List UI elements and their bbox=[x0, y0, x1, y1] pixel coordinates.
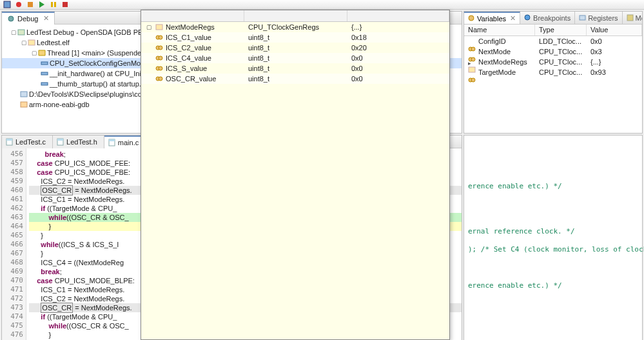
expression-row[interactable]: ICS_S_valueuint8_t0x0 bbox=[141, 63, 449, 74]
var-type: CPU_TCloc... bbox=[535, 48, 587, 55]
variables-tab[interactable]: Variables✕ bbox=[464, 12, 520, 25]
expression-row-empty bbox=[141, 311, 449, 321]
expression-row-empty bbox=[141, 156, 449, 166]
expression-row-empty bbox=[141, 135, 449, 146]
frame-icon bbox=[41, 81, 48, 87]
editor-tab-label: LedTest.h bbox=[66, 138, 97, 146]
frame-icon bbox=[41, 60, 48, 66]
toolbar-icon[interactable] bbox=[14, 0, 23, 9]
expression-row-empty bbox=[141, 218, 449, 228]
debug-icon bbox=[7, 15, 15, 23]
expression-row-empty bbox=[141, 321, 449, 332]
editor-tab[interactable]: main.c bbox=[104, 135, 146, 148]
svg-point-21 bbox=[525, 15, 530, 20]
code-comment-fragment: erence enable etc.) */ bbox=[468, 182, 562, 190]
svg-point-30 bbox=[471, 78, 475, 82]
var-name: TargetMode bbox=[478, 68, 516, 76]
expression-row-empty bbox=[141, 84, 449, 94]
expressions-popup[interactable]: ▢NextModeRegsCPU_TClockGenRegs{...}ICS_C… bbox=[141, 10, 450, 340]
main-toolbar[interactable] bbox=[0, 0, 644, 10]
toolbar-icon[interactable] bbox=[3, 0, 12, 9]
var-type: CPU_TCloc... bbox=[535, 68, 587, 76]
close-icon[interactable]: ✕ bbox=[43, 14, 49, 23]
toolbar-icon[interactable] bbox=[26, 0, 35, 9]
expression-row[interactable]: ICS_C4_valueuint8_t0x0 bbox=[141, 53, 449, 63]
variables-view: Variables✕BreakpointsRegistersModules Na… bbox=[463, 11, 643, 134]
column-header-name[interactable]: Name bbox=[464, 25, 535, 35]
expand-icon[interactable]: ▢ bbox=[20, 37, 28, 48]
variable-row[interactable]: ConfigIDLDD_TCloc...0x0 bbox=[464, 36, 642, 46]
column-header-type[interactable]: Type bbox=[535, 25, 587, 35]
tab-label: Modules bbox=[636, 14, 642, 22]
expression-row-empty bbox=[141, 249, 449, 259]
close-icon[interactable]: ✕ bbox=[510, 14, 516, 23]
variables-tab[interactable]: Registers bbox=[575, 12, 622, 25]
expr-header-value[interactable] bbox=[347, 10, 449, 21]
file-icon bbox=[57, 138, 64, 146]
gdb-icon bbox=[20, 101, 28, 108]
expression-row-empty bbox=[141, 125, 449, 135]
expand-icon[interactable]: ▢ bbox=[145, 24, 153, 30]
toolbar-icon[interactable] bbox=[49, 0, 58, 9]
tab-label: Breakpoints bbox=[533, 14, 571, 22]
variable-icon bbox=[155, 34, 163, 41]
variables-tab[interactable]: Breakpoints bbox=[520, 12, 575, 25]
expr-type: CPU_TClockGenRegs bbox=[244, 23, 347, 31]
expression-row[interactable]: ▢NextModeRegsCPU_TClockGenRegs{...} bbox=[141, 22, 449, 32]
expr-name: NextModeRegs bbox=[166, 23, 215, 31]
variables-body[interactable]: ConfigIDLDD_TCloc...0x0NextModeCPU_TCloc… bbox=[464, 36, 642, 133]
svg-point-1 bbox=[16, 2, 21, 7]
variable-icon bbox=[468, 38, 476, 45]
svg-rect-12 bbox=[21, 92, 27, 97]
variable-row[interactable]: NextModeCPU_TCloc...0x3 bbox=[464, 46, 642, 57]
expr-name: ICS_C2_value bbox=[166, 44, 211, 52]
var-value: 0x93 bbox=[587, 68, 642, 76]
toolbar-icon[interactable] bbox=[61, 0, 70, 9]
svg-rect-5 bbox=[63, 2, 68, 7]
variables-tabs[interactable]: Variables✕BreakpointsRegistersModules bbox=[464, 12, 642, 25]
expr-type: uint8_t bbox=[244, 34, 347, 41]
thread-icon bbox=[38, 50, 46, 56]
variables-tab[interactable]: Modules bbox=[623, 12, 642, 25]
debug-tab[interactable]: Debug ✕ bbox=[2, 12, 55, 25]
frame-icon bbox=[41, 70, 48, 77]
svg-rect-31 bbox=[156, 25, 162, 30]
expr-name: OSC_CR_value bbox=[166, 75, 216, 83]
editor-tab-label: main.c bbox=[118, 139, 139, 146]
variable-icon bbox=[468, 48, 476, 55]
expression-row[interactable]: ICS_C2_valueuint8_t0x20 bbox=[141, 43, 449, 53]
expand-icon[interactable]: ▢ bbox=[10, 27, 17, 37]
svg-rect-17 bbox=[57, 139, 63, 141]
svg-point-33 bbox=[159, 35, 162, 39]
expression-row[interactable]: ICS_C1_valueuint8_t0x18 bbox=[141, 32, 449, 43]
expression-row-empty bbox=[141, 197, 449, 208]
expr-name: ICS_S_value bbox=[166, 65, 207, 72]
expressions-body[interactable]: ▢NextModeRegsCPU_TClockGenRegs{...}ICS_C… bbox=[141, 22, 449, 339]
expression-row[interactable]: OSC_CR_valueuint8_t0x0 bbox=[141, 74, 449, 84]
code-comment-fragment: ); /* Set C4 (clock monitor, loss of clo… bbox=[468, 245, 644, 254]
toolbar-icon[interactable] bbox=[37, 0, 46, 9]
expression-row-empty bbox=[141, 94, 449, 105]
column-header-value[interactable]: Value bbox=[587, 25, 642, 35]
expression-row-empty bbox=[141, 228, 449, 239]
expression-row-empty bbox=[141, 146, 449, 156]
var-name: ConfigID bbox=[478, 37, 506, 45]
expr-header-type[interactable] bbox=[244, 10, 347, 21]
gdb-icon bbox=[20, 91, 28, 97]
variable-icon bbox=[468, 69, 476, 75]
expand-icon[interactable]: ▢ bbox=[30, 48, 38, 58]
expr-header-name[interactable] bbox=[141, 10, 244, 21]
editor-tab[interactable]: LedTest.c bbox=[2, 135, 53, 148]
svg-rect-0 bbox=[4, 1, 10, 8]
variable-row[interactable]: TargetModeCPU_TCloc...0x93 bbox=[464, 67, 642, 77]
variable-row[interactable]: ▸NextModeRegsCPU_TCloc...{...} bbox=[464, 57, 642, 67]
expression-row-empty bbox=[141, 166, 449, 177]
expand-icon[interactable]: ▸ bbox=[468, 60, 471, 66]
tab-icon bbox=[579, 14, 586, 21]
svg-point-35 bbox=[159, 46, 162, 50]
expr-type: uint8_t bbox=[244, 75, 347, 83]
expr-name: ICS_C1_value bbox=[166, 34, 211, 41]
editor-tab[interactable]: LedTest.h bbox=[53, 135, 104, 148]
svg-rect-15 bbox=[6, 139, 12, 141]
tab-icon bbox=[627, 14, 634, 21]
